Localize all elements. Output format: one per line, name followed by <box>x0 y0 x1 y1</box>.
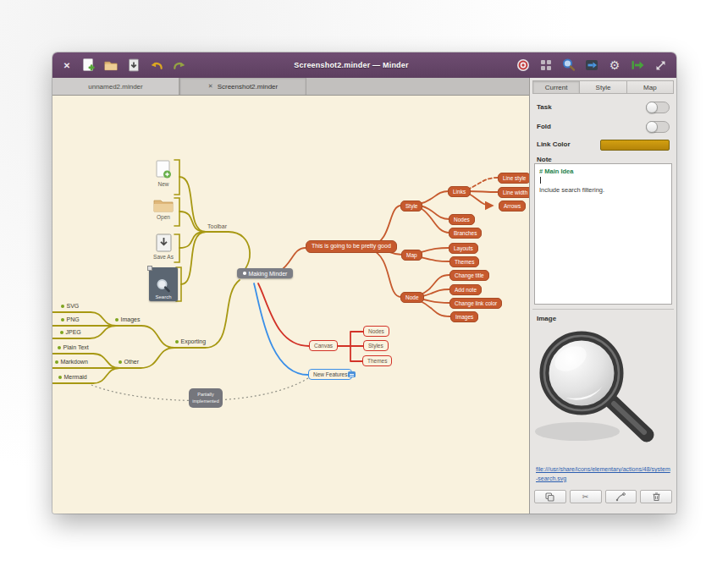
mindmap-node-open[interactable]: Open <box>149 197 178 220</box>
mindmap-node-branches[interactable]: Branches <box>449 228 482 239</box>
bullet-icon <box>58 376 62 379</box>
mindmap-node-node-images[interactable]: Images <box>450 311 478 322</box>
mindmap-node-line-style[interactable]: Line style <box>498 173 529 184</box>
mindmap-node-main[interactable]: This is going to be pretty good <box>306 240 397 253</box>
mindmap-node-canvas-styles[interactable]: Styles <box>363 340 389 351</box>
resize-icon[interactable] <box>653 58 668 73</box>
tab-label: unnamed2.minder <box>88 83 142 91</box>
mindmap-node-new[interactable]: New <box>149 160 178 187</box>
tab-close-icon[interactable]: ✕ <box>208 83 213 90</box>
tab-current[interactable]: Current <box>532 80 579 94</box>
bullet-icon <box>243 272 246 275</box>
scissors-icon: ✂ <box>582 492 589 501</box>
mindmap-node-svg[interactable]: SVG <box>61 303 79 309</box>
open-folder-icon <box>153 197 174 212</box>
new-document-icon[interactable] <box>80 58 96 73</box>
mindmap-connection-note[interactable]: Partially implemented <box>189 388 223 408</box>
note-body: Include search filtering. <box>539 186 667 194</box>
grid-icon[interactable] <box>538 58 554 73</box>
text-cursor <box>540 177 541 184</box>
mindmap-canvas[interactable]: New Open Save As <box>52 96 529 514</box>
task-toggle[interactable] <box>646 102 670 113</box>
mindmap-node-style-nodes[interactable]: Nodes <box>449 214 475 225</box>
bullet-icon <box>60 331 63 334</box>
note-heading: # Main Idea <box>539 168 667 175</box>
mindmap-node-mermaid[interactable]: Mermaid <box>58 374 87 380</box>
save-as-icon <box>156 234 172 252</box>
bullet-icon <box>115 318 119 321</box>
fold-indicator <box>147 266 152 271</box>
section-divider <box>532 309 674 310</box>
mindmap-node-layouts[interactable]: Layouts <box>449 243 478 254</box>
mindmap-node-map-themes[interactable]: Themes <box>449 256 479 267</box>
image-button-row: ✂ <box>534 490 672 503</box>
tab-label: Screenshot2.minder <box>218 83 279 91</box>
mindmap-node-change-title[interactable]: Change title <box>449 270 489 281</box>
mindmap-node-add-note[interactable]: Add note <box>449 284 482 295</box>
link-color-swatch[interactable] <box>600 140 670 151</box>
mindmap-node-export-images[interactable]: Images <box>115 316 140 322</box>
settings-gear-icon[interactable]: ⚙ <box>607 58 622 73</box>
new-file-icon <box>156 160 172 179</box>
redo-icon[interactable] <box>172 58 187 73</box>
document-tab-bar: unnamed2.minder ✕ Screenshot2.minder <box>52 78 529 96</box>
mindmap-node-search[interactable]: Search <box>149 267 178 301</box>
tab-screenshot2[interactable]: ✕ Screenshot2.minder <box>179 78 306 95</box>
export-image-icon[interactable] <box>584 58 599 73</box>
focus-mode-icon[interactable] <box>516 58 531 73</box>
mindmap-node-jpeg[interactable]: JPEG <box>60 329 81 335</box>
edit-image-button[interactable] <box>605 490 637 503</box>
header-bar: ✕ <box>52 52 676 78</box>
properties-sidebar: Current Style Map Task Fold Link Color N… <box>529 78 676 514</box>
mindmap-node-line-width[interactable]: Line width <box>498 187 529 198</box>
image-file-link[interactable]: file:///usr/share/icons/elementary/actio… <box>536 465 672 483</box>
open-folder-icon[interactable] <box>103 58 119 73</box>
fold-label: Fold <box>537 123 551 130</box>
tab-unnamed2[interactable]: unnamed2.minder <box>52 78 179 95</box>
mindmap-node-links[interactable]: Links <box>448 186 471 197</box>
mindmap-node-change-link-color[interactable]: Change link color <box>449 298 502 309</box>
window-title: Screenshot2.minder — Minder <box>195 61 508 69</box>
mindmap-node-exporting[interactable]: Exporting <box>175 338 206 344</box>
bullet-icon <box>61 318 64 321</box>
bullet-icon <box>61 305 64 308</box>
mindmap-node-save-as[interactable]: Save As <box>149 234 178 260</box>
note-editor[interactable]: # Main Idea Include search filtering. <box>534 163 672 305</box>
tab-map[interactable]: Map <box>626 80 674 94</box>
mindmap-node-plain-text[interactable]: Plain Text <box>58 344 89 350</box>
link-color-label: Link Color <box>537 140 571 148</box>
search-magnifier-icon <box>155 278 172 294</box>
mindmap-node-new-features[interactable]: New Features <box>308 369 352 380</box>
mindmap-node-canvas-themes[interactable]: Themes <box>362 355 392 366</box>
note-indicator-icon[interactable] <box>348 371 356 377</box>
window-close-button[interactable]: ✕ <box>61 58 73 73</box>
bullet-icon <box>175 340 179 343</box>
mindmap-node-canvas[interactable]: Canvas <box>309 340 338 351</box>
zoom-icon[interactable] <box>561 58 576 73</box>
node-image-preview[interactable] <box>533 325 670 460</box>
mindmap-node-node[interactable]: Node <box>400 292 424 303</box>
edit-icon <box>615 492 626 502</box>
mindmap-node-toolbar[interactable]: Toolbar <box>207 223 227 229</box>
mindmap-node-style[interactable]: Style <box>400 201 422 212</box>
mindmap-node-map[interactable]: Map <box>401 250 422 261</box>
trash-icon <box>652 492 661 502</box>
mindmap-node-canvas-nodes[interactable]: Nodes <box>363 326 389 337</box>
undo-icon[interactable] <box>149 58 164 73</box>
save-icon[interactable] <box>126 58 141 73</box>
cut-image-button[interactable]: ✂ <box>570 490 602 503</box>
mindmap-node-png[interactable]: PNG <box>61 316 80 322</box>
delete-image-button[interactable] <box>640 490 672 503</box>
copy-image-button[interactable] <box>534 490 566 503</box>
mindmap-node-arrows[interactable]: Arrows <box>499 201 526 212</box>
mindmap-node-markdown[interactable]: Markdown <box>55 359 88 365</box>
tab-style[interactable]: Style <box>579 80 626 94</box>
bullet-icon <box>58 346 61 349</box>
sidebar-tab-bar: Current Style Map <box>532 80 674 94</box>
mindmap-root-node[interactable]: Making Minder <box>237 268 293 278</box>
mindmap-node-other[interactable]: Other <box>119 359 139 365</box>
export-icon[interactable] <box>630 58 645 73</box>
fold-toggle[interactable] <box>646 121 670 133</box>
app-window: ✕ <box>52 52 676 514</box>
task-label: Task <box>537 103 552 111</box>
